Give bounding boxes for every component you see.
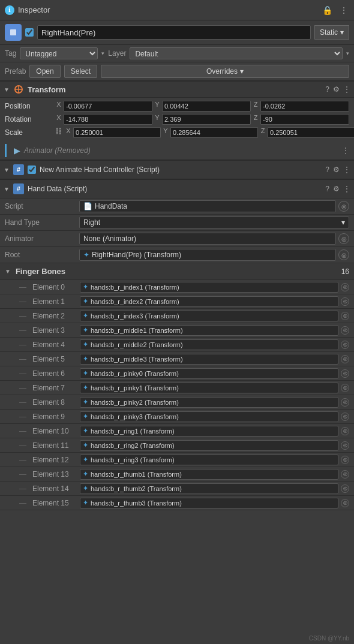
element-row: — Element 6 ✦ hands:b_r_pinky0 (Transfor…: [0, 366, 354, 381]
title-bar: ℹ Inspector 🔒 ⋮: [0, 0, 354, 20]
object-name-input[interactable]: [37, 25, 311, 40]
element-11-picker-btn[interactable]: ◎: [341, 441, 349, 450]
element-13-picker-btn[interactable]: ◎: [341, 470, 349, 479]
element-2-text: hands:b_r_index3 (Transform): [91, 312, 335, 320]
element-5-picker-btn[interactable]: ◎: [341, 355, 349, 363]
element-row: — Element 11 ✦ hands:b_r_ring2 (Transfor…: [0, 438, 354, 453]
animate-hand-header: ▼ # New Animate Hand Controller (Script)…: [0, 160, 354, 179]
rotation-y-input[interactable]: [162, 114, 251, 125]
animate-hand-settings-icon[interactable]: ⚙: [333, 165, 340, 174]
animate-hand-toggle[interactable]: ▼: [4, 167, 10, 173]
transform-actions: ? ⚙ ⋮: [325, 85, 350, 94]
element-row: — Element 9 ✦ hands:b_r_pinky3 (Transfor…: [0, 410, 354, 424]
transform-title: Transform: [28, 85, 322, 94]
transform-icon: [13, 84, 24, 95]
hand-type-dropdown[interactable]: Right ▾: [79, 216, 349, 228]
ry-label: Y: [154, 114, 161, 125]
finger-bones-header[interactable]: ▼ Finger Bones 16: [0, 263, 354, 280]
element-4-label: Element 4: [32, 341, 77, 349]
element-9-icon: ✦: [83, 413, 88, 420]
rotation-x-input[interactable]: [64, 114, 152, 125]
hand-type-row: Hand Type Right ▾: [0, 215, 354, 231]
inspector-icon: ℹ: [5, 5, 14, 15]
element-11-icon: ✦: [83, 441, 88, 449]
element-6-picker-btn[interactable]: ◎: [341, 369, 349, 378]
element-dash: —: [19, 341, 26, 349]
element-10-picker-btn[interactable]: ◎: [341, 427, 349, 435]
element-12-picker-btn[interactable]: ◎: [341, 456, 349, 464]
hand-data-settings-icon[interactable]: ⚙: [333, 185, 340, 193]
hand-animator-value: None (Animator): [79, 233, 336, 245]
element-4-icon: ✦: [83, 341, 88, 348]
position-z-input[interactable]: [260, 101, 349, 112]
element-9-picker-btn[interactable]: ◎: [341, 413, 349, 421]
element-1-picker-btn[interactable]: ◎: [341, 297, 349, 306]
element-row: — Element 12 ✦ hands:b_r_ring3 (Transfor…: [0, 453, 354, 467]
root-row: Root ✦ RightHand(Pre) (Transform) ◎: [0, 247, 354, 263]
element-15-picker-btn[interactable]: ◎: [341, 499, 349, 507]
element-7-picker-btn[interactable]: ◎: [341, 384, 349, 392]
static-button[interactable]: Static ▾: [314, 25, 349, 40]
tag-label: Tag: [5, 49, 16, 58]
animate-hand-help-icon[interactable]: ?: [325, 165, 329, 174]
hand-data-title: Hand Data (Script): [28, 185, 322, 193]
scale-z-input[interactable]: [268, 127, 354, 138]
script-label: Script: [5, 202, 77, 210]
hand-animator-picker-btn[interactable]: ◎: [338, 233, 349, 244]
position-group: X Y Z: [55, 101, 349, 112]
element-15-icon: ✦: [83, 499, 88, 507]
animate-hand-title: New Animate Hand Controller (Script): [40, 165, 322, 174]
element-1-value-box: ✦ hands:b_r_index2 (Transform): [80, 296, 338, 307]
element-14-picker-btn[interactable]: ◎: [341, 484, 349, 493]
hand-data-icon: #: [13, 183, 24, 194]
hand-data-menu-icon[interactable]: ⋮: [343, 185, 350, 193]
object-active-checkbox[interactable]: [25, 28, 34, 37]
element-dash: —: [19, 312, 26, 320]
position-y-input[interactable]: [162, 101, 251, 112]
element-0-picker-btn[interactable]: ◎: [341, 283, 349, 291]
position-row: Position X Y Z: [0, 100, 354, 113]
scale-x-input[interactable]: [73, 127, 161, 138]
element-4-value-box: ✦ hands:b_r_middle2 (Transform): [80, 339, 338, 350]
element-8-picker-btn[interactable]: ◎: [341, 398, 349, 407]
transform-help-icon[interactable]: ?: [325, 85, 329, 94]
rotation-z-input[interactable]: [260, 114, 349, 125]
element-3-value-box: ✦ hands:b_r_middle1 (Transform): [80, 325, 338, 336]
animator-menu-icon[interactable]: ⋮: [342, 146, 349, 155]
sx-label: X: [65, 127, 72, 138]
menu-icon[interactable]: ⋮: [338, 4, 349, 16]
inspector-window: ℹ Inspector 🔒 ⋮ Static ▾ Tag: [0, 0, 354, 644]
finger-bones-toggle[interactable]: ▼: [5, 268, 11, 275]
lock-icon[interactable]: 🔒: [321, 4, 334, 16]
y-label: Y: [154, 101, 161, 112]
element-12-text: hands:b_r_ring3 (Transform): [91, 456, 335, 464]
element-7-icon: ✦: [83, 384, 88, 392]
select-button[interactable]: Select: [64, 65, 97, 78]
animate-hand-menu-icon[interactable]: ⋮: [343, 165, 350, 174]
hand-data-toggle[interactable]: ▼: [4, 186, 10, 192]
scale-label: Scale: [5, 128, 53, 137]
layer-dropdown[interactable]: Default: [130, 47, 343, 59]
root-picker-btn[interactable]: ◎: [338, 249, 349, 260]
z-label: Z: [252, 101, 259, 112]
scale-y-input[interactable]: [170, 127, 258, 138]
position-x-input[interactable]: [64, 101, 152, 112]
transform-menu-icon[interactable]: ⋮: [343, 85, 350, 94]
element-3-picker-btn[interactable]: ◎: [341, 326, 349, 335]
element-3-label: Element 3: [32, 326, 77, 335]
hand-data-help-icon[interactable]: ?: [325, 185, 329, 193]
open-button[interactable]: Open: [29, 65, 60, 78]
element-4-picker-btn[interactable]: ◎: [341, 341, 349, 349]
element-dash: —: [19, 456, 26, 464]
script-picker-btn[interactable]: ◎: [338, 201, 349, 212]
tag-dropdown[interactable]: Untagged: [20, 47, 98, 59]
transform-settings-icon[interactable]: ⚙: [333, 85, 340, 94]
element-2-picker-btn[interactable]: ◎: [341, 312, 349, 320]
element-3-icon: ✦: [83, 326, 88, 334]
element-15-value-box: ✦ hands:b_r_thumb3 (Transform): [80, 498, 338, 508]
transform-toggle[interactable]: ▼: [4, 86, 10, 93]
element-14-icon: ✦: [83, 484, 88, 492]
animate-hand-checkbox[interactable]: [28, 165, 36, 174]
overrides-button[interactable]: Overrides ▾: [101, 65, 349, 78]
transform-fields: Position X Y Z Rotation X Y Z: [0, 98, 354, 141]
